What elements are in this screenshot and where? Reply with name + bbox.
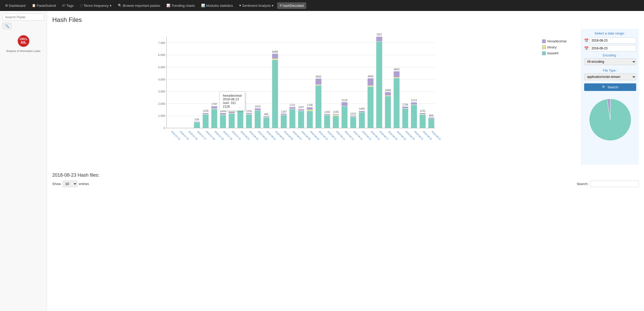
svg-text:1155: 1155 (333, 111, 339, 113)
svg-rect-72 (281, 115, 287, 128)
svg-rect-82 (298, 111, 304, 128)
nav-pastesubmit[interactable]: 📋 PasteSubmit (29, 2, 59, 9)
encoding-label: Encoding : (584, 54, 636, 57)
svg-rect-149 (411, 102, 417, 105)
svg-text:4,000: 4,000 (158, 78, 165, 81)
sentiment-dropdown-icon: ▾ (272, 4, 274, 8)
logo-image: CIRCL AIL (17, 34, 30, 48)
nav-terms-frequency[interactable]: ◌ Terms frequency ▾ (77, 2, 114, 9)
svg-rect-147 (411, 105, 417, 128)
svg-rect-67 (272, 60, 278, 128)
svg-text:965: 965 (264, 113, 269, 116)
svg-rect-152 (420, 115, 426, 128)
main-content: Hash Files 01,0002,0003,0004,0005,0006,0… (47, 11, 644, 311)
modules-icon: 📊 (201, 4, 205, 7)
svg-rect-159 (428, 118, 434, 119)
svg-text:2114: 2114 (411, 99, 417, 102)
dropdown-arrow-icon: ▾ (110, 4, 112, 8)
svg-rect-47 (237, 108, 243, 128)
svg-rect-109 (341, 102, 347, 106)
svg-rect-114 (350, 116, 356, 117)
entries-select[interactable]: 10 25 50 100 (62, 181, 77, 187)
svg-rect-74 (281, 114, 287, 115)
svg-text:4084: 4084 (368, 75, 374, 78)
svg-text:1239: 1239 (203, 110, 209, 112)
encoding-select[interactable]: All encoding hexadecimal binary base64 (584, 58, 636, 65)
svg-text:6,000: 6,000 (158, 53, 165, 56)
svg-text:4062: 4062 (316, 75, 322, 78)
paste-icon: 📋 (32, 4, 36, 7)
show-entries-row: Show 10 25 50 100 entries (52, 181, 89, 187)
svg-text:1241: 1241 (420, 110, 426, 112)
svg-rect-122 (368, 87, 374, 128)
svg-text:2126: 2126 (342, 99, 348, 102)
nav-tags[interactable]: 🏷 Tags (60, 2, 76, 9)
nav-trending-charts[interactable]: 📊 Trending charts (164, 2, 198, 9)
svg-rect-93 (315, 85, 321, 85)
pie-chart (587, 96, 634, 143)
svg-text:1721: 1721 (289, 104, 295, 107)
svg-text:1015: 1015 (350, 112, 356, 115)
svg-text:1616: 1616 (255, 105, 261, 108)
svg-text:1226: 1226 (246, 110, 252, 113)
date-to-input[interactable] (590, 45, 636, 51)
svg-rect-144 (402, 107, 408, 108)
nav-dashboard[interactable]: ⊞ Dashboard (3, 2, 28, 9)
svg-rect-138 (393, 77, 399, 78)
nav-browse-pastes[interactable]: 🔍 Browse important pastes (115, 2, 163, 9)
bottom-title: 2018-08-23 Hash files: (52, 172, 639, 178)
browse-icon: 🔍 (118, 4, 122, 7)
svg-rect-87 (307, 111, 313, 128)
svg-text:1547: 1547 (298, 106, 304, 109)
date-from-input[interactable] (590, 37, 636, 44)
svg-text:2948: 2948 (385, 89, 391, 92)
svg-rect-52 (246, 115, 252, 128)
nav-modules-statistics[interactable]: 📊 Modules statistics (199, 2, 236, 9)
svg-rect-153 (420, 114, 426, 115)
svg-text:1405: 1405 (359, 107, 365, 110)
svg-rect-44 (229, 112, 235, 113)
svg-rect-123 (368, 86, 374, 87)
sidebar: 🔍 CIRCL AIL Analysis of Information Leak… (0, 11, 47, 311)
dashboard-icon: ⊞ (5, 4, 8, 7)
search-button[interactable]: 🔍 Search (584, 83, 636, 91)
svg-rect-79 (289, 107, 295, 109)
svg-rect-68 (272, 59, 278, 60)
svg-text:1708: 1708 (307, 104, 313, 107)
bin-color-box (542, 45, 546, 49)
search-btn-icon: 🔍 (602, 85, 606, 89)
pie-chart-container (584, 96, 636, 143)
svg-rect-104 (333, 114, 339, 115)
legend-binary: binary (542, 45, 579, 49)
svg-rect-77 (289, 109, 295, 128)
table-search-row: Search: (577, 181, 639, 187)
svg-rect-27 (202, 114, 208, 128)
date-to-row: 📅 (584, 45, 636, 51)
nav-hash-decoded[interactable]: # hashDecoded (277, 2, 306, 9)
chart-container: 01,0002,0003,0004,0005,0006,0007,0002018… (52, 29, 639, 165)
trending-icon: 📊 (166, 4, 170, 7)
svg-rect-102 (333, 116, 339, 128)
nav-sentiment-analysis[interactable]: ♥ Sentiment Analysis ▾ (236, 2, 276, 9)
svg-rect-94 (315, 79, 321, 85)
terms-icon: ◌ (80, 4, 83, 7)
right-panel: Select a date range : 📅 📅 Encoding : All… (581, 29, 639, 165)
chart-legend: hexadecimal binary base64 (537, 29, 579, 165)
svg-text:1764: 1764 (402, 103, 408, 106)
svg-text:3,000: 3,000 (158, 90, 165, 93)
search-paste-button[interactable]: 🔍 (3, 23, 11, 29)
search-paste-input[interactable] (3, 14, 44, 21)
svg-rect-139 (393, 71, 399, 77)
svg-rect-37 (220, 115, 226, 128)
legend-base64: base64 (542, 51, 579, 55)
svg-rect-34 (211, 106, 217, 108)
bottom-section: 2018-08-23 Hash files: Show 10 25 50 100… (52, 172, 639, 187)
svg-text:1797: 1797 (211, 103, 217, 106)
svg-rect-154 (420, 113, 426, 114)
svg-text:7,000: 7,000 (158, 41, 165, 44)
svg-text:2018-08-23: 2018-08-23 (431, 130, 441, 141)
filetype-select[interactable]: application/octet-stream text/plain imag… (584, 73, 636, 80)
svg-rect-69 (272, 54, 278, 59)
svg-rect-22 (194, 122, 200, 128)
table-search-input[interactable] (590, 181, 639, 187)
